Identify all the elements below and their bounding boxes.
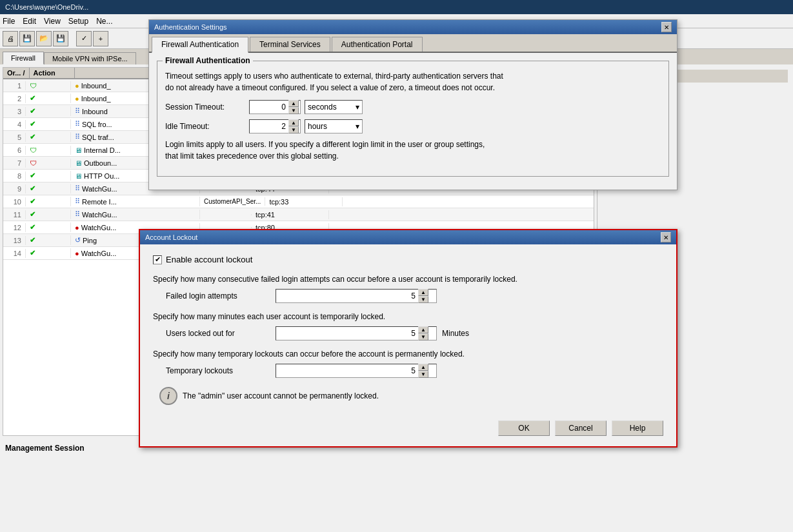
failed-attempts-up[interactable]: ▲	[418, 289, 428, 296]
menu-ne[interactable]: Ne...	[96, 17, 112, 26]
failed-attempts-value[interactable]	[276, 291, 418, 300]
app-titlebar: C:\Users\wayne\OneDriv...	[0, 0, 793, 14]
row-action: 🛡	[26, 146, 71, 155]
table-row[interactable]: 11 ✔ ⠿ WatchGu... tcp:41	[3, 208, 594, 221]
row-action: ✔	[26, 197, 71, 206]
idle-timeout-down[interactable]: ▼	[288, 126, 299, 133]
row-action: ✔	[26, 119, 71, 129]
row-action: ✔	[26, 94, 71, 103]
ping-icon: ↺	[75, 236, 81, 244]
temp-lockouts-label: Temporary lockouts	[166, 366, 276, 375]
check-green-icon: ✔	[30, 107, 35, 115]
row-action: ✔	[26, 222, 71, 232]
temp-lockouts-desc: Specify how many temporary lockouts can …	[153, 350, 663, 359]
session-timeout-spinners: ▲ ▼	[288, 100, 299, 114]
idle-timeout-up[interactable]: ▲	[288, 119, 299, 126]
shield-red-icon: 🛡	[30, 159, 37, 167]
check-green-icon: ✔	[30, 94, 35, 103]
yellow-dot-icon: ●	[75, 82, 79, 90]
menu-view[interactable]: View	[44, 17, 61, 26]
tab-auth-portal[interactable]: Authentication Portal	[332, 37, 423, 52]
failed-attempts-down[interactable]: ▼	[418, 296, 428, 303]
enable-lockout-checkbox[interactable]: ✔	[153, 255, 162, 264]
login-limit-desc: Login limits apply to all users. If you …	[165, 139, 661, 162]
check-green-icon: ✔	[30, 249, 35, 257]
session-timeout-unit-dropdown[interactable]: seconds ▾	[305, 100, 363, 114]
check-green-icon: ✔	[30, 223, 35, 231]
temp-lockouts-input[interactable]: ▲ ▼	[276, 364, 437, 378]
yellow-dot-icon: ●	[75, 95, 79, 103]
menu-edit[interactable]: Edit	[23, 17, 36, 26]
toolbar-btn-6[interactable]: +	[93, 31, 108, 46]
failed-attempts-label: Failed login attempts	[166, 291, 276, 300]
failed-attempts-desc: Specify how many consecutive failed logi…	[153, 275, 663, 284]
toolbar-btn-3[interactable]: 📂	[36, 31, 52, 46]
tab-terminal-services[interactable]: Terminal Services	[250, 37, 330, 52]
row-num: 1	[3, 81, 26, 90]
idle-timeout-value[interactable]	[250, 122, 288, 131]
table-row[interactable]: 10 ✔ ⠿ Remote I... CustomerAPI_Ser... tc…	[3, 195, 594, 208]
lockout-dialog-close-button[interactable]: ✕	[661, 232, 671, 242]
auth-settings-dialog: Authentication Settings ✕ Firewall Authe…	[148, 19, 678, 190]
row-ip	[200, 214, 252, 215]
row-name: ⠿ Remote I...	[71, 197, 200, 206]
auth-dialog-title: Authentication Settings	[154, 23, 227, 31]
idle-timeout-unit-dropdown[interactable]: hours ▾	[305, 119, 363, 133]
row-num: 14	[3, 249, 26, 258]
auth-dialog-close-button[interactable]: ✕	[661, 22, 672, 32]
users-locked-input[interactable]: ▲ ▼	[276, 326, 437, 340]
row-name: ⠿ WatchGu...	[71, 210, 200, 219]
row-num: 4	[3, 120, 26, 129]
session-timeout-label: Session Timeout:	[165, 103, 249, 112]
users-locked-label: Users locked out for	[166, 329, 276, 338]
toolbar-btn-5[interactable]: ✓	[76, 31, 92, 46]
failed-attempts-input[interactable]: ▲ ▼	[276, 289, 437, 303]
blue-dots-icon: ⠿	[75, 133, 80, 141]
lockout-dialog-title: Account Lockout	[145, 233, 197, 241]
lockout-dialog-content: ✔ Enable account lockout Specify how man…	[140, 244, 676, 446]
enable-lockout-label: Enable account lockout	[166, 255, 252, 264]
users-locked-value[interactable]	[276, 329, 418, 338]
session-timeout-input[interactable]: ▲ ▼	[249, 100, 301, 114]
shield-green-icon: 🛡	[30, 146, 37, 154]
check-green-icon: ✔	[30, 236, 35, 244]
row-num: 9	[3, 184, 26, 193]
blue-dots-icon: ⠿	[75, 120, 80, 128]
check-green-icon: ✔	[30, 197, 35, 205]
menu-file[interactable]: File	[3, 17, 15, 26]
row-action: ✔	[26, 248, 71, 258]
row-action: ✔	[26, 132, 71, 142]
session-timeout-row: Session Timeout: ▲ ▼ seconds ▾	[165, 100, 661, 114]
row-num: 6	[3, 146, 26, 155]
idle-timeout-input[interactable]: ▲ ▼	[249, 119, 301, 133]
cancel-button[interactable]: Cancel	[555, 420, 607, 436]
row-action: ✔	[26, 235, 71, 245]
row-action: ✔	[26, 171, 71, 181]
row-proto: tcp:33	[265, 197, 343, 206]
tab-firewall-auth[interactable]: Firewall Authentication	[152, 37, 248, 53]
toolbar-btn-1[interactable]: 🖨	[3, 31, 18, 46]
users-locked-up[interactable]: ▲	[418, 326, 428, 333]
session-timeout-down[interactable]: ▼	[288, 107, 299, 114]
lockout-dialog-titlebar: Account Lockout ✕	[140, 230, 676, 244]
temp-lockouts-value[interactable]	[276, 366, 418, 375]
users-locked-down[interactable]: ▼	[418, 333, 428, 340]
session-timeout-up[interactable]: ▲	[288, 100, 299, 107]
admin-info-text: The "admin" user account cannot be perma…	[183, 391, 379, 400]
session-timeout-value[interactable]	[250, 103, 288, 112]
timeout-desc: Timeout settings apply to users who auth…	[165, 70, 661, 94]
row-action: 🛡	[26, 159, 71, 168]
check-green-icon: ✔	[30, 172, 35, 179]
dropdown-arrow-icon: ▾	[356, 103, 359, 112]
toolbar-btn-4[interactable]: 💾	[53, 31, 68, 46]
menu-setup[interactable]: Setup	[68, 17, 88, 26]
temp-lockouts-up[interactable]: ▲	[418, 364, 428, 371]
row-ip	[200, 227, 252, 228]
ok-button[interactable]: OK	[498, 420, 550, 436]
check-green-icon: ✔	[30, 184, 35, 192]
tab-mobile-vpn[interactable]: Mobile VPN with IPSe...	[44, 52, 136, 64]
toolbar-btn-2[interactable]: 💾	[19, 31, 35, 46]
help-button[interactable]: Help	[612, 420, 663, 436]
temp-lockouts-down[interactable]: ▼	[418, 371, 428, 378]
tab-firewall[interactable]: Firewall	[3, 52, 44, 64]
